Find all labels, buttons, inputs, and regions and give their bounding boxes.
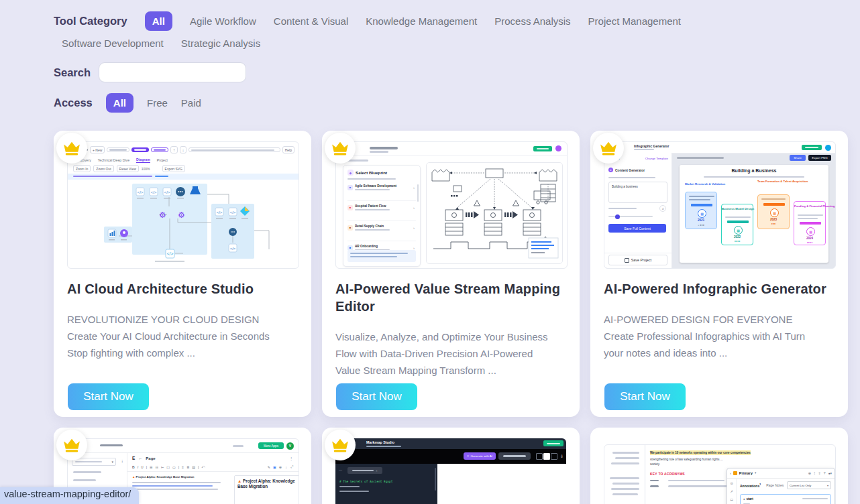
generator-icon: ● — [608, 168, 613, 172]
mini-tool-strip: ⊙↗▭ — [727, 478, 737, 504]
mini-annotation-panel: › Primary ▾ ⊕↕⇧?●▾ ⊙↗▭ Annotations1 Page… — [727, 468, 835, 504]
tool-screenshot-infographic-generator: Infographic Generator Editor Change Temp… — [604, 141, 836, 269]
card-title: AI-Powered Infographic Generator — [604, 280, 835, 298]
gear-icon: ⚙ — [159, 210, 166, 220]
mini-markdown-panel: — × # The Secrets of Ancient Egypt — [335, 464, 437, 504]
mini-blueprint-sidebar: ◈ Select Blueprint ■ Agile Software Deve… — [343, 165, 421, 267]
mini-doc-line: strengthening rule of law safeguarding h… — [650, 458, 723, 461]
mini-info-strip — [68, 174, 299, 180]
mini-highlighted-text: We participate in 10 networks operating … — [650, 450, 751, 455]
category-software-development[interactable]: Software Development — [62, 38, 164, 49]
mini-page-tab: Page — [146, 456, 155, 460]
sparkle-icon: ✶ — [467, 454, 470, 458]
tool-card-value-stream-mapping: ◈ Select Blueprint ■ Agile Software Deve… — [322, 131, 580, 417]
premium-crown-badge — [593, 133, 624, 164]
category-content-visual[interactable]: Content & Visual — [274, 15, 348, 27]
search-input[interactable] — [99, 62, 246, 82]
mini-app-title: Markmap Studio — [366, 440, 394, 444]
tool-card-markmap-studio: Markmap Studio ✶Generate with AI ⇩ — — [322, 428, 580, 504]
mini-blueprint-item: Agile Software Development — [355, 184, 396, 188]
mini-step-label: Funding & Financial Planning — [794, 204, 825, 208]
crown-icon — [330, 138, 350, 158]
mini-code-line: # The Secrets of Ancient Egypt — [339, 480, 392, 483]
access-free-button[interactable]: Free — [147, 97, 168, 109]
mini-format-toolbar: BIU|☰☷⊢▢▭|≡≣▤|⤺ — [132, 464, 205, 469]
category-project-management[interactable]: Project Management — [588, 15, 681, 27]
mini-infographic-poster: Building a Business Market Research & Va… — [680, 165, 828, 263]
tool-screenshot-document-annotator: We participate in 10 networks operating … — [604, 444, 836, 504]
tool-card-document-annotator: We participate in 10 networks operating … — [590, 428, 848, 504]
card-title: AI Cloud Architecture Studio — [67, 280, 298, 298]
mini-save-project-button: Save Project — [608, 255, 667, 265]
mini-doc-line: society. — [650, 462, 787, 467]
mini-help-button: Help — [282, 146, 294, 153]
tool-screenshot-cloud-architecture: + New ↑ ↓ Help Discovery Technical Deep … — [67, 141, 299, 269]
card-description: AI-POWERED DESIGN FOR EVERYONE Create Pr… — [604, 311, 817, 361]
mini-export-svg: Export SVG — [162, 165, 185, 172]
mini-panel-title: Primary — [739, 471, 753, 475]
search-row: Search — [54, 62, 751, 82]
mini-tab-bar: Discovery Technical Deep Dive Diagram Pr… — [76, 158, 168, 163]
access-paid-button[interactable]: Paid — [181, 97, 201, 109]
crown-icon — [330, 435, 350, 455]
search-label: Search — [54, 66, 91, 79]
mini-page-notes-tab: Page Notes — [766, 483, 784, 487]
premium-crown-badge — [325, 133, 356, 164]
mini-reset-view: Reset View — [117, 165, 139, 172]
card-description: REVOLUTIONIZE YOUR CLOUD DESIGN Create Y… — [67, 311, 280, 361]
mini-zoom-level: 100% — [142, 167, 150, 171]
help-icon: ? — [824, 471, 826, 475]
mini-tab-active: Diagram — [136, 158, 150, 163]
search-icon: ⊕ — [808, 471, 811, 475]
back-arrow-icon: ← — [138, 456, 142, 460]
tool-screenshot-vsm-editor: ◈ Select Blueprint ■ Agile Software Deve… — [335, 141, 568, 269]
mini-filter-dropdown: Current List Only▾ — [787, 481, 831, 489]
mini-annotations-tab: Annotations1 — [740, 483, 761, 488]
save-icon — [625, 258, 629, 263]
category-all-button[interactable]: All — [145, 11, 172, 31]
mini-annotation-card: ● start — [740, 494, 831, 504]
crown-icon — [598, 138, 619, 158]
start-now-button[interactable]: Start Now — [336, 383, 417, 410]
mini-upgrade-button — [533, 146, 552, 151]
mini-step-label: Business Model Design — [722, 207, 753, 211]
mini-tab: Project — [157, 158, 168, 162]
mini-blueprint-item: Hospital Patient Flow — [355, 204, 390, 208]
mini-slider-handle — [615, 214, 620, 219]
access-label: Access — [54, 97, 93, 109]
access-all-button[interactable]: All — [106, 93, 133, 113]
start-now-button[interactable]: Start Now — [68, 383, 149, 410]
category-strategic-analysis[interactable]: Strategic Analysis — [181, 38, 260, 49]
collapse-icon: › — [730, 471, 731, 475]
mini-blueprint-item: Retail Supply Chain — [355, 225, 390, 228]
mini-doc-tab-bar: E ← Page — [132, 456, 156, 460]
crown-icon — [62, 435, 82, 455]
category-agile-workflow[interactable]: Agile Workflow — [190, 15, 256, 27]
tool-screenshot-markmap-studio: Markmap Studio ✶Generate with AI ⇩ — — [335, 438, 566, 504]
access-filter-row: Access All Free Paid — [54, 93, 751, 113]
mini-action-bar: ✶Generate with AI ⇩ — [335, 449, 566, 464]
mini-upgrade-button — [543, 440, 563, 446]
filter-header: Tool Category All Agile Workflow Content… — [0, 0, 751, 113]
mini-zoom-in: Zoom In — [73, 165, 91, 172]
premium-crown-badge — [56, 430, 87, 460]
mini-zoom-controls: Zoom In Zoom Out Reset View 100% Export … — [73, 165, 185, 172]
mini-toolbar: + New ↑ ↓ Help — [72, 145, 294, 154]
download-icon: ⇩ — [560, 454, 563, 458]
mini-doc-preview: ▲ Project Alpha: Knowledge Base Migratio… — [234, 475, 299, 504]
crown-icon — [62, 138, 82, 158]
svg-text:</>: </> — [151, 190, 157, 194]
start-now-button[interactable]: Start Now — [604, 383, 686, 410]
mini-export-button: Export PNG — [808, 155, 831, 161]
mini-step-year: 2024 — [794, 237, 825, 240]
category-knowledge-management[interactable]: Knowledge Management — [366, 15, 477, 27]
mini-zoom-out: Zoom Out — [93, 165, 113, 172]
mini-doc-editor: ▲ Project Alpha: Knowledge Base Migratio… — [132, 475, 229, 490]
category-process-analysis[interactable]: Process Analysis — [494, 15, 570, 27]
mini-secondary-button — [498, 452, 531, 460]
mini-app-title: Infographic Generator — [634, 144, 669, 148]
svg-text:</>: </> — [217, 210, 223, 214]
mini-more-apps-button: More Apps — [258, 442, 284, 449]
mini-step-year: 2023 — [758, 218, 789, 221]
mini-change-template-link: Change Template — [645, 157, 668, 160]
